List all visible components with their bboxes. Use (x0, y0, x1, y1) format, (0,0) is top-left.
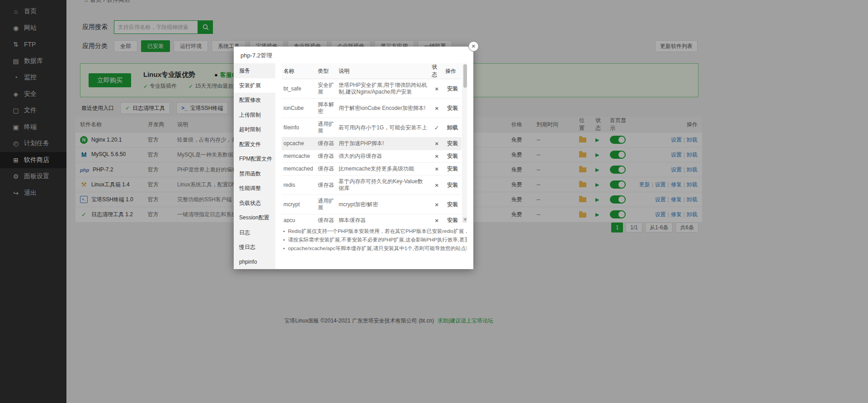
bullet-icon: • (283, 244, 285, 253)
install-status-icon: × (430, 79, 443, 99)
ext-col-action: 操作 (443, 63, 462, 79)
extension-row: ionCube 脚本解密 用于解密ionCube Encoder加密脚本! × … (282, 99, 462, 118)
modal-nav-item[interactable]: 配置修改 (234, 93, 275, 108)
modal-nav-item[interactable]: 性能调整 (234, 181, 275, 196)
modal-nav-item[interactable]: phpinfo (234, 255, 275, 270)
install-status-icon: × (430, 175, 443, 195)
extension-action-link[interactable]: 安装 (443, 175, 462, 195)
extension-notes: • Redis扩展仅支持一个PHP版本安装使用，若在其它PHP版本已安装redi… (282, 227, 467, 253)
extension-row: fileinfo 通用扩展 若可用内存小于1G，可能会安装不上 ✓ 卸载 (282, 118, 462, 137)
modal-nav-item[interactable]: 慢日志 (234, 240, 275, 255)
close-icon[interactable]: × (468, 41, 479, 52)
scrollbar-thumb[interactable] (463, 64, 467, 88)
install-status-icon: × (430, 150, 443, 163)
install-status-icon: × (430, 163, 443, 175)
install-status-icon: × (430, 137, 443, 150)
extension-list-area: 名称 类型 说明 状态 操作 bt_safe 安全扩展 (282, 63, 467, 223)
modal-nav-item[interactable]: 配置文件 (234, 137, 275, 152)
bullet-icon: • (283, 227, 285, 236)
extension-action-link[interactable]: 安装 (443, 163, 462, 175)
modal-nav-item[interactable]: 日志 (234, 225, 275, 240)
note-line: • opcache/xcache/apc等脚本缓存扩展,请只安装其中1个,否则可… (282, 244, 467, 253)
extension-action-link[interactable]: 安装 (443, 214, 462, 223)
extension-row: mcrypt 通用扩展 mcrypt加密/解密 × 安装 (282, 195, 462, 214)
note-line: • 请按实际需求安装扩展,不要安装不必要的PHP扩展,这会影响PHP执行效率,甚… (282, 236, 467, 244)
modal-nav-item[interactable]: 负载状态 (234, 196, 275, 211)
modal-nav-item[interactable]: Session配置 (234, 210, 275, 225)
extension-row: bt_safe 安全扩展 堡塔PHP安全扩展,用于增强防跨站机制,建议Nginx… (282, 79, 462, 99)
scrollbar[interactable]: ▼ (462, 63, 467, 223)
modal-nav-item[interactable]: 服务 (234, 63, 275, 78)
modal-content: 名称 类型 说明 状态 操作 bt_safe 安全扩展 (275, 63, 473, 269)
extension-action-link[interactable]: 安装 (443, 137, 462, 150)
note-line: • Redis扩展仅支持一个PHP版本安装使用，若在其它PHP版本已安装redi… (282, 227, 467, 236)
php-manage-modal: × php-7.2管理 服务 安装扩展 配置修改 上传限制 超时限制 配置文件 … (234, 47, 473, 269)
bullet-icon: • (283, 236, 285, 244)
ext-col-desc: 说明 (337, 63, 430, 79)
extension-action-link[interactable]: 安装 (443, 99, 462, 118)
modal-nav-item[interactable]: FPM配置文件 (234, 152, 275, 166)
extension-row: memcached 缓存器 比memcache支持更多高级功能 × 安装 (282, 163, 462, 175)
extension-action-link[interactable]: 卸载 (443, 118, 462, 137)
scrollbar-down-arrow[interactable]: ▼ (463, 217, 467, 223)
modal-nav-item[interactable]: 禁用函数 (234, 166, 275, 181)
extension-row: memcache 缓存器 强大的内容缓存器 × 安装 (282, 150, 462, 163)
install-status-icon: × (430, 195, 443, 214)
modal-nav: 服务 安装扩展 配置修改 上传限制 超时限制 配置文件 FPM配置文件 禁用函数… (234, 63, 275, 269)
extension-table-header: 名称 类型 说明 状态 操作 (282, 63, 462, 79)
extension-action-link[interactable]: 安装 (443, 150, 462, 163)
extension-action-link[interactable]: 安装 (443, 79, 462, 99)
extension-table: 名称 类型 说明 状态 操作 bt_safe 安全扩展 (282, 63, 462, 223)
ext-col-name: 名称 (282, 63, 316, 79)
modal-nav-item[interactable]: 上传限制 (234, 108, 275, 123)
modal-nav-item[interactable]: 超时限制 (234, 122, 275, 137)
install-status-icon: ✓ (430, 118, 443, 137)
modal-nav-item[interactable]: 安装扩展 (234, 78, 275, 93)
extension-row: redis 缓存器 基于内存亦可持久化的Key-Value数据库 × 安装 (282, 175, 462, 195)
extension-row: apcu 缓存器 脚本缓存器 × 安装 (282, 214, 462, 223)
install-status-icon: × (430, 99, 443, 118)
ext-col-status: 状态 (430, 63, 443, 79)
extension-action-link[interactable]: 安装 (443, 195, 462, 214)
install-status-icon: × (430, 214, 443, 223)
extension-row: opcache 缓存器 用于加速PHP脚本! × 安装 (282, 137, 462, 150)
modal-title: php-7.2管理 (234, 47, 473, 63)
ext-col-type: 类型 (316, 63, 337, 79)
